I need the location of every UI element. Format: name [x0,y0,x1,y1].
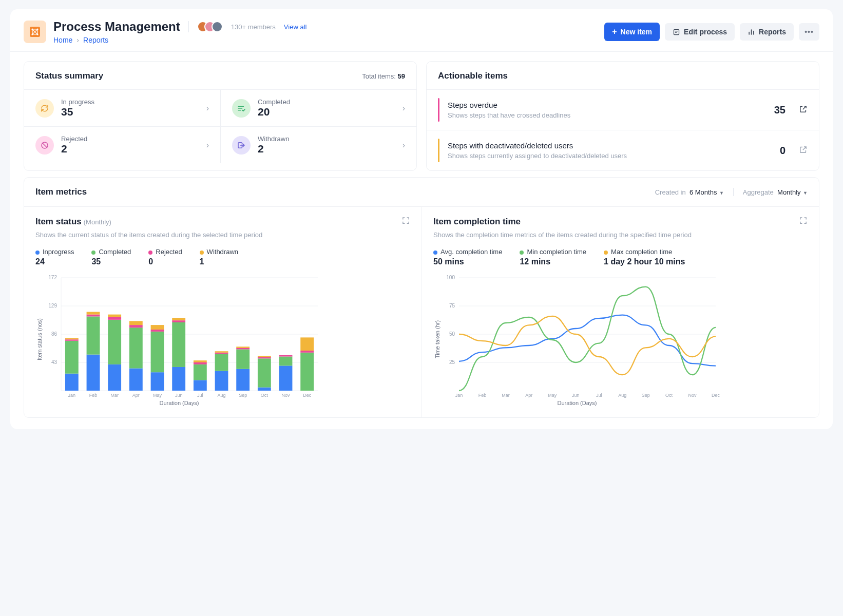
breadcrumb-home[interactable]: Home [53,36,72,44]
total-items: Total items: 59 [362,72,405,80]
completion-title: Item completion time [433,217,521,227]
status-bar [438,98,439,122]
page-title: Process Management [53,20,180,34]
svg-rect-28 [108,364,121,391]
item-status-desc: Shows the current status of the items cr… [35,231,410,239]
created-in-filter[interactable]: Created in 6 Months ▼ [655,188,724,196]
svg-rect-24 [87,316,100,354]
dots-icon: ••• [804,28,814,36]
svg-text:50: 50 [449,331,455,337]
aggregate-filter[interactable]: Aggregate Monthly ▼ [743,188,808,196]
edit-icon [673,28,680,36]
svg-rect-39 [151,332,164,372]
legend-item: Max completion time1 day 2 hour 10 mins [604,248,685,266]
chevron-right-icon: › [206,141,209,150]
caret-down-icon: ▼ [802,190,808,196]
item-status-chart-panel: Item status(Monthly) Shows the current s… [24,206,422,417]
completion-line-chart: 255075100JanFebMarAprMayJunJulAugSepOctN… [433,273,721,406]
item-status-bar-chart: 4386129172JanFebMarAprMayJunJulAugSepOct… [35,273,323,406]
svg-text:Jul: Jul [197,393,203,398]
status-in-progress[interactable]: In progress35 › [24,89,220,126]
new-item-button[interactable]: + New item [604,23,660,41]
more-button[interactable]: ••• [799,23,819,41]
svg-text:Mar: Mar [502,393,510,398]
svg-rect-46 [172,318,185,320]
member-avatars[interactable] [197,21,223,32]
svg-rect-18 [65,374,79,391]
svg-text:86: 86 [51,331,58,337]
svg-rect-21 [65,338,79,340]
svg-text:May: May [548,393,557,398]
svg-rect-35 [129,325,143,328]
external-link-icon[interactable] [799,105,808,116]
view-all-link[interactable]: View all [284,23,307,31]
svg-text:Jan: Jan [68,393,76,398]
svg-rect-33 [129,369,143,391]
svg-text:Duration (Days): Duration (Days) [557,400,597,406]
svg-text:Duration (Days): Duration (Days) [159,400,199,406]
item-metrics-title: Item metrics [35,187,87,197]
svg-rect-58 [236,369,250,391]
plus-icon: + [612,27,617,36]
chevron-right-icon: › [76,36,79,44]
svg-rect-59 [236,349,250,369]
svg-text:75: 75 [449,303,455,309]
edit-process-button[interactable]: Edit process [665,23,735,41]
svg-rect-60 [236,348,250,350]
completion-time-chart-panel: Item completion time Shows the completio… [422,206,819,417]
svg-rect-26 [87,312,100,315]
status-rejected[interactable]: Rejected2 › [24,126,220,163]
breadcrumb: Home › Reports [53,36,306,44]
svg-rect-23 [87,355,100,391]
svg-text:Dec: Dec [303,393,312,398]
status-summary-card: Status summary Total items: 59 In progre… [24,61,417,171]
chevron-right-icon: › [206,104,209,113]
chart-icon [748,28,755,36]
svg-rect-31 [108,315,121,317]
svg-rect-70 [279,355,293,357]
refresh-icon [35,99,54,118]
svg-text:Dec: Dec [712,393,720,398]
svg-rect-69 [279,356,293,365]
expand-icon[interactable] [401,216,410,227]
svg-rect-66 [258,356,271,357]
reports-button[interactable]: Reports [740,23,794,41]
app-icon [24,21,46,43]
svg-rect-43 [172,367,185,391]
svg-rect-50 [194,362,207,364]
svg-text:172: 172 [48,275,57,280]
svg-text:Feb: Feb [478,393,487,398]
status-summary-title: Status summary [35,71,103,81]
svg-text:Mar: Mar [110,393,119,398]
svg-rect-74 [300,353,314,391]
svg-rect-64 [258,358,271,387]
chevron-right-icon: › [403,141,405,150]
svg-rect-65 [258,357,271,359]
legend-item: Min completion time12 mins [520,248,586,266]
svg-rect-54 [215,354,228,371]
legend-item: Completed35 [91,248,131,266]
breadcrumb-reports[interactable]: Reports [83,36,108,44]
status-withdrawn[interactable]: Withdrawn2 › [220,126,416,163]
status-completed[interactable]: Completed20 › [220,89,416,126]
legend-item: Avg. completion time50 mins [433,248,502,266]
svg-text:Oct: Oct [665,393,673,398]
svg-text:Jan: Jan [455,393,463,398]
svg-rect-30 [108,317,121,320]
svg-text:Oct: Oct [261,393,269,398]
svg-rect-68 [279,365,293,391]
action-item: Steps overdueShows steps that have cross… [427,89,819,130]
separator [188,21,189,32]
svg-rect-34 [129,328,143,368]
svg-rect-38 [151,372,164,391]
actionable-title: Actionable items [438,71,508,81]
svg-rect-25 [87,315,100,317]
svg-rect-44 [172,322,185,367]
check-icon [232,99,251,118]
svg-rect-41 [151,325,164,330]
chevron-right-icon: › [403,104,405,113]
svg-rect-20 [65,339,79,341]
expand-icon[interactable] [799,216,808,227]
actionable-items-card: Actionable items Steps overdueShows step… [426,61,819,171]
svg-text:25: 25 [449,359,455,365]
